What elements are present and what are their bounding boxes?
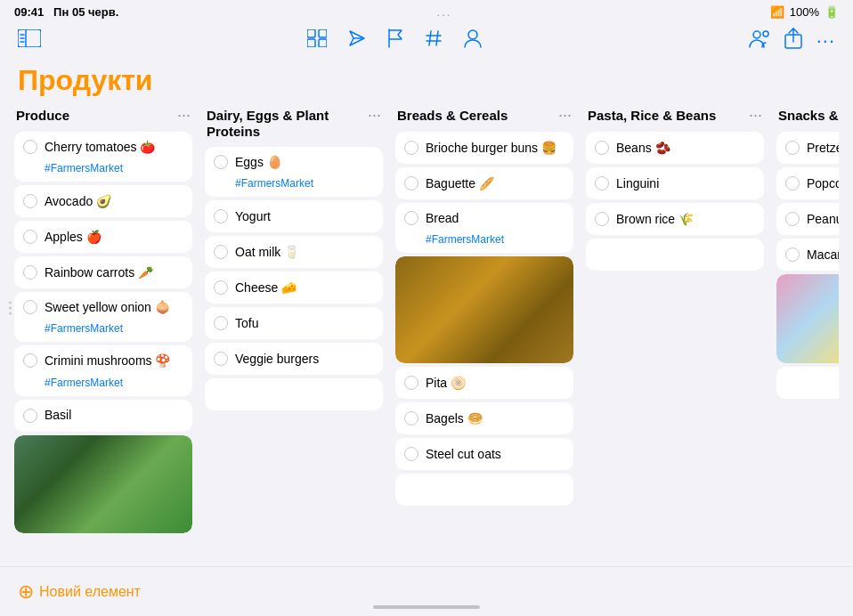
- list-item-tag[interactable]: #FarmersMarket: [214, 177, 313, 190]
- column-dairy: Dairy, Eggs & Plant Proteins···Eggs 🥚#Fa…: [205, 108, 383, 581]
- list-item-checkbox[interactable]: [404, 411, 418, 426]
- list-item[interactable]: Bread#FarmersMarket: [395, 203, 573, 253]
- column-more-pasta[interactable]: ···: [749, 108, 762, 125]
- sidebar-dots: [9, 302, 12, 315]
- column-more-breads[interactable]: ···: [558, 108, 572, 125]
- column-header-dairy: Dairy, Eggs & Plant Proteins···: [205, 108, 383, 140]
- grid-view-icon[interactable]: [307, 29, 327, 52]
- more-options-icon[interactable]: ···: [816, 29, 835, 53]
- send-icon[interactable]: [348, 29, 366, 52]
- list-item[interactable]: Yogurt: [205, 200, 383, 232]
- list-item[interactable]: Cheese 🧀: [205, 272, 383, 304]
- list-item-text: Apples 🍎: [45, 229, 102, 245]
- list-item-tag[interactable]: #FarmersMarket: [404, 233, 504, 246]
- person-icon[interactable]: [464, 28, 482, 53]
- list-item[interactable]: Steel cut oats: [395, 438, 573, 470]
- list-item-text: Macarons: [807, 247, 839, 263]
- list-item[interactable]: Peanuts 🥜: [776, 203, 839, 235]
- list-item-checkbox[interactable]: [404, 141, 418, 155]
- list-item-checkbox[interactable]: [23, 194, 37, 208]
- list-item[interactable]: Avocado 🥑: [14, 185, 192, 217]
- list-item[interactable]: Macarons: [776, 239, 839, 271]
- list-item-empty[interactable]: [395, 474, 573, 506]
- list-item[interactable]: Brioche burger buns 🍔: [395, 132, 573, 164]
- flag-icon[interactable]: [387, 28, 403, 53]
- list-item-text: Beans 🫘: [616, 140, 670, 156]
- list-item[interactable]: Brown rice 🌾: [586, 203, 764, 235]
- list-item-checkbox[interactable]: [595, 212, 609, 226]
- new-item-label: Новий елемент: [39, 584, 141, 600]
- list-item-checkbox[interactable]: [214, 352, 228, 366]
- list-item[interactable]: Sweet yellow onion 🧅#FarmersMarket: [14, 292, 192, 342]
- list-item-checkbox[interactable]: [785, 176, 800, 190]
- list-item-text: Yogurt: [235, 208, 271, 224]
- list-item-empty[interactable]: [586, 239, 764, 271]
- list-item-checkbox[interactable]: [214, 280, 228, 295]
- list-item-checkbox[interactable]: [404, 176, 418, 190]
- list-item[interactable]: Baguette 🥖: [395, 167, 573, 199]
- list-item-checkbox[interactable]: [23, 409, 37, 423]
- svg-rect-7: [307, 39, 315, 47]
- list-item-checkbox[interactable]: [214, 209, 228, 223]
- list-item-checkbox[interactable]: [785, 141, 800, 155]
- list-item[interactable]: Popcorn 🍿: [776, 167, 839, 199]
- list-item-text: Linguini: [616, 175, 659, 191]
- wifi-icon: 📶: [770, 5, 784, 19]
- list-item-checkbox[interactable]: [23, 353, 37, 368]
- list-item-checkbox[interactable]: [23, 230, 37, 244]
- list-item-empty[interactable]: [776, 367, 839, 399]
- sidebar-toggle-icon[interactable]: [18, 29, 41, 52]
- list-item[interactable]: Eggs 🥚#FarmersMarket: [205, 147, 383, 197]
- share-person-icon[interactable]: [749, 28, 770, 53]
- list-item-checkbox[interactable]: [404, 376, 418, 390]
- column-header-breads: Breads & Cereals···: [395, 108, 573, 125]
- share-upload-icon[interactable]: [784, 28, 802, 53]
- list-item-text: Veggie burgers: [235, 351, 319, 367]
- list-item[interactable]: Beans 🫘: [586, 132, 764, 164]
- hash-icon[interactable]: [425, 29, 443, 52]
- home-indicator: [373, 605, 480, 609]
- list-item[interactable]: Bagels 🥯: [395, 402, 573, 434]
- list-item[interactable]: Cherry tomatoes 🍅#FarmersMarket: [14, 132, 192, 182]
- column-more-produce[interactable]: ···: [177, 108, 191, 125]
- column-produce: Produce···Cherry tomatoes 🍅#FarmersMarke…: [14, 108, 192, 581]
- list-item-checkbox[interactable]: [23, 140, 37, 154]
- list-item-text: Steel cut oats: [426, 446, 501, 462]
- status-center: ...: [437, 5, 452, 19]
- image-img-basil: [14, 435, 192, 533]
- list-item[interactable]: Veggie burgers: [205, 343, 383, 375]
- list-item[interactable]: Crimini mushrooms 🍄#FarmersMarket: [14, 345, 192, 395]
- column-breads: Breads & Cereals···Brioche burger buns 🍔…: [395, 108, 573, 581]
- list-item-checkbox[interactable]: [23, 265, 37, 280]
- column-more-dairy[interactable]: ···: [368, 108, 381, 125]
- svg-rect-8: [319, 39, 327, 47]
- list-item[interactable]: Apples 🍎: [14, 221, 192, 253]
- svg-line-11: [429, 31, 431, 45]
- list-item-checkbox[interactable]: [214, 316, 228, 330]
- list-item-tag[interactable]: #FarmersMarket: [23, 377, 123, 389]
- list-item-checkbox[interactable]: [404, 447, 418, 461]
- new-item-button[interactable]: ⊕ Новий елемент: [18, 580, 141, 604]
- list-item[interactable]: Linguini: [586, 167, 764, 199]
- list-item-tag[interactable]: #FarmersMarket: [23, 162, 123, 174]
- list-item[interactable]: Rainbow carrots 🥕: [14, 256, 192, 288]
- list-item-checkbox[interactable]: [595, 176, 609, 190]
- list-item[interactable]: Oat milk 🥛: [205, 236, 383, 268]
- list-item-checkbox[interactable]: [595, 141, 609, 155]
- list-item[interactable]: Pita 🫓: [395, 367, 573, 399]
- list-item-checkbox[interactable]: [214, 245, 228, 259]
- list-item-checkbox[interactable]: [404, 211, 418, 225]
- list-item-checkbox[interactable]: [785, 212, 800, 226]
- svg-rect-6: [319, 29, 327, 37]
- list-item-text: Popcorn 🍿: [807, 175, 839, 191]
- list-item-checkbox[interactable]: [23, 300, 37, 314]
- list-item[interactable]: Basil: [14, 400, 192, 432]
- list-item-empty[interactable]: [205, 378, 383, 410]
- list-item-checkbox[interactable]: [785, 247, 800, 262]
- list-item-tag[interactable]: #FarmersMarket: [23, 322, 123, 335]
- list-item[interactable]: Pretzels 🥨: [776, 132, 839, 164]
- list-item[interactable]: Tofu: [205, 307, 383, 339]
- list-item-text: Sweet yellow onion 🧅: [45, 299, 170, 315]
- list-item-checkbox[interactable]: [214, 155, 228, 169]
- column-snacks: Snacks & Ca…···Pretzels 🥨Popcorn 🍿Peanut…: [776, 108, 839, 581]
